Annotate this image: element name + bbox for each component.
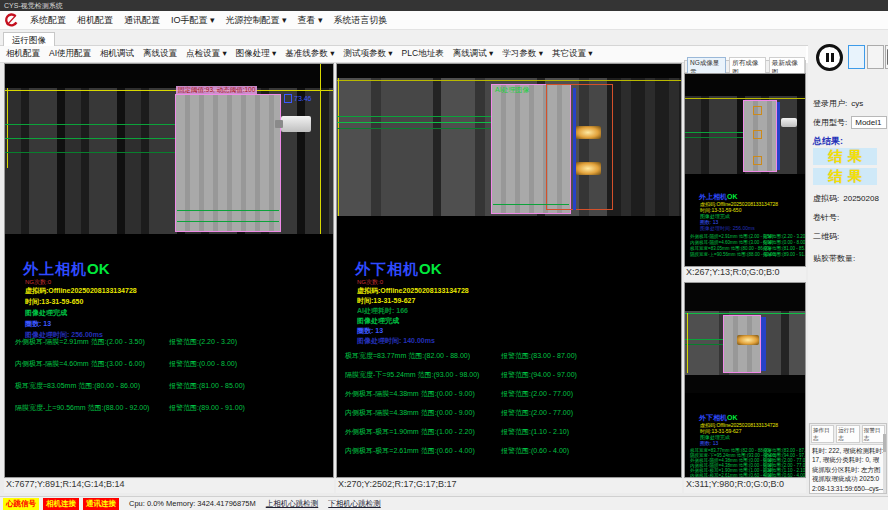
log-panel[interactable]: 操作日志 运行日志 报警日志 耗时: 222, 瑕疵检测耗时: 17, 瑕疵分类… <box>809 423 887 494</box>
left-loop-count: 圈数: 13 <box>25 319 51 329</box>
left-process-done: 图像处理完成 <box>25 308 67 318</box>
total-result-label: 总结果: <box>813 135 843 148</box>
mid-camera-title: 外下相机OK <box>355 260 442 279</box>
left-camera-image[interactable]: 固定阈值:93, 动态阈值:100 73.46 <box>5 64 333 234</box>
mid-measure-row: 内侧极耳-极耳=2.61mm 范围:(0.60 - 4.00) 报警范围:(0.… <box>345 446 679 456</box>
tool-offline-debug[interactable]: 离线调试 ▾ <box>453 48 494 60</box>
preview-top-yellow-line <box>685 98 805 99</box>
mid-camera-panel[interactable]: AI处理图像 外下相机OK NG次数:0 虚拟码:Offline20250208… <box>336 63 682 478</box>
upper-camera-heartbeat-link[interactable]: 上相机心跳检测 <box>266 499 319 509</box>
mid-row-1-text: 隔膜宽度-下=95.24mm 范围:(93.00 - 98.00) <box>345 371 479 378</box>
preview-bottom-highlight <box>737 335 759 345</box>
tape-count-label: 贴胶带数量: <box>813 253 855 264</box>
tool-other-setting[interactable]: 其它设置 ▾ <box>552 48 593 60</box>
preview-top-row: 内侧极耳-隔膜=4.60mm 范围:(3.00 - 6.00) <box>690 240 773 245</box>
mid-camera-image[interactable]: AI处理图像 <box>337 64 681 216</box>
login-user-value: cys <box>851 99 863 108</box>
log-tab-alarm[interactable]: 报警日志 <box>862 425 885 443</box>
left-row-3-text: 隔膜宽度-上=90.56mm 范围:(88.00 - 92.00) <box>15 404 149 411</box>
control-panel: 登录用户:cys 使用型号:Model1 总结果: 结果 结果 虚拟码:2025… <box>808 40 888 423</box>
left-green-line-4 <box>177 210 279 211</box>
preview-top-result: OK <box>727 193 738 200</box>
login-user-row: 登录用户:cys <box>813 98 863 109</box>
virtual-code-value: 20250208 <box>843 194 879 203</box>
preview-bottom-row-alarm: 报警范围:(0.60 - 4.00) <box>763 473 806 478</box>
log-tab-run[interactable]: 运行日志 <box>836 425 859 443</box>
tool-spotcheck-setting[interactable]: 点检设置 ▾ <box>186 48 227 60</box>
menu-language-switch[interactable]: 系统语言切换 <box>334 14 388 27</box>
log-scrollbar[interactable] <box>883 434 886 494</box>
menu-io-config[interactable]: IO手配置 ▾ <box>171 14 215 27</box>
tool-camera-debug[interactable]: 相机调试 <box>100 48 134 60</box>
window-title: CYS-视觉检测系统 <box>4 2 63 9</box>
app-window: CYS-视觉检测系统 系统配置 相机配置 通讯配置 IO手配置 ▾ 光源控制配置… <box>0 0 888 522</box>
mid-row-2-alarm: 报警范围:(2.00 - 77.00) <box>501 389 573 399</box>
preview-top-panel[interactable]: 外上相机OK 虚拟码:Offline20250208133134728 时间:1… <box>684 73 806 267</box>
model-row: 使用型号:Model1 <box>813 116 887 129</box>
left-row-0-text: 外侧极耳-隔膜=2.91mm 范围:(2.00 - 3.50) <box>15 338 145 345</box>
left-row-1-text: 内侧极耳-隔膜=4.60mm 范围:(3.00 - 6.00) <box>15 360 145 367</box>
user-login-button[interactable] <box>848 45 865 69</box>
pause-button[interactable] <box>816 44 843 71</box>
mid-row-0-text: 极耳宽度=83.77mm 范围:(82.00 - 88.00) <box>345 352 470 359</box>
left-threshold-overlay: 固定阈值:93, 动态阈值:100 <box>176 86 257 94</box>
left-camera-result: OK <box>87 260 110 277</box>
log-tab-strip: 操作日志 运行日志 报警日志 <box>810 424 886 445</box>
mid-barcode: 虚拟码:Offline20250208133134728 <box>357 286 469 296</box>
mid-ai-overlay: AI处理图像 <box>495 85 530 95</box>
tool-testitem-params[interactable]: 测试项参数 ▾ <box>343 48 392 60</box>
left-measure-row: 极耳宽度=83.05mm 范围:(80.00 - 86.00) 报警范围:(81… <box>15 381 333 391</box>
preview-top-row-alarm: 报警范围:(81.00 - 85.00) <box>763 246 806 251</box>
left-cursor-readout: X:7677;Y:891;R:14;G:14;B:14 <box>4 479 334 493</box>
preview-bottom-image[interactable] <box>685 283 805 393</box>
tool-learn-params[interactable]: 学习参数 ▾ <box>502 48 543 60</box>
log-tab-operation[interactable]: 操作日志 <box>811 425 834 443</box>
app-logo-icon <box>4 13 19 28</box>
left-marker-value: 73.46 <box>294 95 312 102</box>
virtual-code-row: 虚拟码:20250208 <box>813 193 879 204</box>
mid-camera-result: OK <box>419 260 442 277</box>
mid-row-4-alarm: 报警范围:(1.10 - 2.10) <box>501 427 569 437</box>
mid-row-3-text: 内侧极耳-隔膜=4.38mm 范围:(0.00 - 9.00) <box>345 409 475 416</box>
left-time: 时间:13-31-59-650 <box>25 297 83 307</box>
preview-top-mark-2 <box>753 130 762 139</box>
preview-tab-strip: NG成像显示 所有成像图 最新成像图 <box>684 60 806 73</box>
mid-measure-row: 隔膜宽度-下=95.24mm 范围:(93.00 - 98.00) 报警范围:(… <box>345 370 679 380</box>
left-camera-panel[interactable]: 固定阈值:93, 动态阈值:100 73.46 外上相机OK NG次数:0 虚拟… <box>4 63 334 478</box>
menu-system-config[interactable]: 系统配置 <box>30 14 66 27</box>
tool-image-process[interactable]: 图像处理 ▾ <box>236 48 277 60</box>
mid-blue-edge-line <box>573 88 576 210</box>
left-right-yellow-line <box>320 64 321 234</box>
tab-run-image[interactable]: 运行图像 <box>3 32 55 46</box>
user-manage-button[interactable] <box>867 45 884 69</box>
left-row-3-alarm: 报警范围:(89.00 - 91.00) <box>169 403 245 413</box>
mid-measure-row: 外侧极耳-极耳=1.90mm 范围:(1.00 - 2.20) 报警范围:(1.… <box>345 427 679 437</box>
title-bar: CYS-视觉检测系统 <box>0 0 888 11</box>
preview-top-connector <box>781 118 797 127</box>
tool-baseline-params[interactable]: 基准线参数 ▾ <box>285 48 334 60</box>
lower-camera-heartbeat-link[interactable]: 下相机心跳检测 <box>328 499 381 509</box>
mid-process-done: 图像处理完成 <box>357 316 399 326</box>
mid-process-time: 图像处理时间: 140.00ms <box>357 336 435 346</box>
menu-camera-config[interactable]: 相机配置 <box>77 14 113 27</box>
menu-light-config[interactable]: 光源控制配置 ▾ <box>226 14 287 27</box>
mid-camera-name: 外下相机 <box>355 260 419 277</box>
mid-loop-count: 圈数: 13 <box>357 326 383 336</box>
tool-offline-setting[interactable]: 离线设置 <box>143 48 177 60</box>
left-measure-row: 内侧极耳-隔膜=4.60mm 范围:(3.00 - 6.00) 报警范围:(0.… <box>15 359 333 369</box>
menu-view[interactable]: 查看 ▾ <box>298 14 323 27</box>
left-row-2-alarm: 报警范围:(81.00 - 85.00) <box>169 381 245 391</box>
mid-row-4-text: 外侧极耳-极耳=1.90mm 范围:(1.00 - 2.20) <box>345 428 475 435</box>
menu-comm-config[interactable]: 通讯配置 <box>124 14 160 27</box>
model-value[interactable]: Model1 <box>851 116 887 129</box>
tool-ai-usage-config[interactable]: AI使用配置 <box>49 48 91 60</box>
preview-bottom-green-top <box>685 313 805 314</box>
tool-plc-address[interactable]: PLC地址表 <box>402 48 444 60</box>
left-connector-tip <box>275 120 283 128</box>
preview-top-image[interactable] <box>685 74 805 174</box>
tool-camera-config[interactable]: 相机配置 <box>6 48 40 60</box>
mid-edge-yellow-line <box>338 78 339 216</box>
preview-top-row: 极耳宽度=83.05mm 范围:(80.00 - 86.00) <box>690 246 770 251</box>
cpu-memory-readout: Cpu: 0.0% Memory: 3424.41796875M <box>129 499 256 508</box>
preview-bottom-panel[interactable]: 外下相机OK 虚拟码:Offline20250208133134728 时间:1… <box>684 282 806 478</box>
